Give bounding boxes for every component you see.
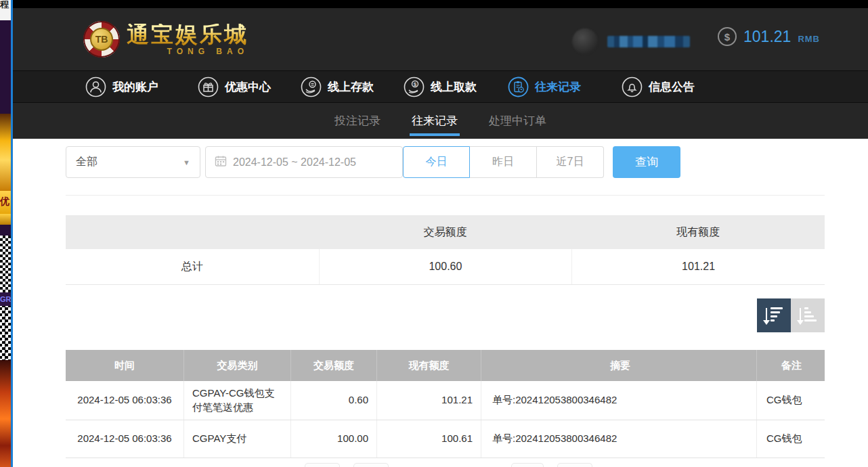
nav-item-my-account[interactable]: 我的账户 xyxy=(85,71,158,102)
nav-label: 往来记录 xyxy=(535,79,581,95)
bell-icon xyxy=(622,76,643,97)
col-header-amount: 交易额度 xyxy=(291,350,377,381)
pagination-button-stub[interactable] xyxy=(353,463,389,467)
withdraw-coin-hand-icon: $ xyxy=(404,76,425,97)
search-button[interactable]: 查询 xyxy=(613,146,680,178)
summary-total-current-balance: 101.21 xyxy=(571,249,825,284)
sort-descending-button[interactable] xyxy=(757,298,791,332)
col-header-note: 备注 xyxy=(757,350,825,381)
background-text-fragment: 程 xyxy=(0,0,11,20)
user-icon xyxy=(85,76,106,97)
logo-text: 通宝娱乐城 TONG BAO xyxy=(127,24,248,55)
section-divider xyxy=(66,195,825,196)
records-table: 时间 交易类别 交易额度 现有额度 摘要 备注 2024-12-05 06:03… xyxy=(66,350,825,458)
nav-item-announcements[interactable]: 信息公告 xyxy=(622,71,695,102)
cell-time: 2024-12-05 06:03:36 xyxy=(66,381,184,420)
site-logo[interactable]: TB 通宝娱乐城 TONG BAO xyxy=(83,18,248,61)
quick-date-button-group: 今日 昨日 近7日 xyxy=(403,146,604,178)
nav-item-withdraw[interactable]: $ 线上取款 xyxy=(404,71,477,102)
sort-button-group xyxy=(757,298,825,332)
pagination-button-stub[interactable] xyxy=(557,463,592,467)
table-row: 2024-12-05 06:03:36 CGPAY支付 100.00 100.6… xyxy=(66,420,825,458)
background-banner-edge xyxy=(0,214,11,225)
nav-label: 信息公告 xyxy=(649,79,695,95)
user-account-area[interactable] xyxy=(572,28,690,54)
main-navbar: 我的账户 优惠中心 线上存款 $ 线上取款 往来记录 xyxy=(13,70,868,103)
background-qr-code xyxy=(0,236,11,292)
poker-chip-icon: TB xyxy=(83,21,120,58)
background-qr-caption: GR xyxy=(0,292,11,306)
date-range-input[interactable]: 2024-12-05 ~ 2024-12-05 xyxy=(205,146,403,178)
cell-type: CGPAY-CG钱包支付笔笔送优惠 xyxy=(184,381,291,420)
cell-note: CG钱包 xyxy=(757,381,825,420)
cell-summary: 单号:202412053800346482 xyxy=(481,420,757,458)
gift-icon xyxy=(198,76,219,97)
records-table-header: 时间 交易类别 交易额度 现有额度 摘要 备注 xyxy=(66,350,825,381)
background-qr-code-2 xyxy=(0,306,11,360)
sort-descending-icon xyxy=(766,307,783,324)
date-range-value: 2024-12-05 ~ 2024-12-05 xyxy=(233,156,356,169)
cell-amount: 100.00 xyxy=(291,420,377,458)
main-page: TB 通宝娱乐城 TONG BAO $ 101.21 RMB 我的账户 xyxy=(13,0,868,467)
balance-display[interactable]: $ 101.21 RMB xyxy=(718,27,820,46)
nav-label: 优惠中心 xyxy=(225,79,271,95)
nav-item-transaction-records[interactable]: 往来记录 xyxy=(508,71,581,102)
cell-balance: 100.61 xyxy=(377,420,481,458)
cell-summary: 单号:202412053800346482 xyxy=(481,381,757,420)
summary-table-header: 交易额度 现有额度 xyxy=(66,215,825,249)
nav-label: 我的账户 xyxy=(112,79,158,95)
avatar xyxy=(572,28,598,54)
type-select-dropdown[interactable]: 全部 ▼ xyxy=(66,146,200,178)
deposit-coin-hand-icon xyxy=(301,76,322,97)
top-black-bar xyxy=(13,0,868,8)
svg-text:$: $ xyxy=(414,81,417,87)
background-game-banner xyxy=(0,114,11,191)
col-header-balance: 现有额度 xyxy=(377,350,481,381)
summary-header-current-balance: 现有额度 xyxy=(571,215,825,249)
record-subtabs: 投注记录 往来记录 处理中订单 xyxy=(13,103,868,139)
tab-transaction-records[interactable]: 往来记录 xyxy=(412,103,458,139)
cell-time: 2024-12-05 06:03:36 xyxy=(66,420,184,458)
summary-header-trade-amount: 交易额度 xyxy=(319,215,572,249)
cell-balance: 101.21 xyxy=(377,381,481,420)
col-header-time: 时间 xyxy=(66,350,184,381)
logo-name-cn: 通宝娱乐城 xyxy=(127,24,248,46)
summary-total-row: 总计 100.60 101.21 xyxy=(66,249,825,285)
tab-betting-records[interactable]: 投注记录 xyxy=(334,103,381,139)
username-redacted xyxy=(607,36,690,47)
pagination-button-stub[interactable] xyxy=(511,463,544,467)
coin-dollar-icon: $ xyxy=(718,27,737,46)
type-select-value: 全部 xyxy=(76,155,97,169)
summary-total-trade-amount: 100.60 xyxy=(319,249,572,284)
chip-tb-monogram: TB xyxy=(90,28,113,51)
tab-pending-orders[interactable]: 处理中订单 xyxy=(489,103,546,139)
nav-label: 线上存款 xyxy=(328,79,374,95)
yesterday-button[interactable]: 昨日 xyxy=(470,146,537,178)
cell-type: CGPAY支付 xyxy=(184,420,291,458)
summary-header-blank xyxy=(66,215,319,249)
last7days-button[interactable]: 近7日 xyxy=(537,146,604,178)
col-header-summary: 摘要 xyxy=(481,350,757,381)
summary-total-label: 总计 xyxy=(66,249,319,284)
content-area: 全部 ▼ 2024-12-05 ~ 2024-12-05 今日 昨日 近7日 查… xyxy=(13,139,868,467)
records-clipboard-icon xyxy=(508,76,529,97)
table-row: 2024-12-05 06:03:36 CGPAY-CG钱包支付笔笔送优惠 0.… xyxy=(66,381,825,420)
chevron-down-icon: ▼ xyxy=(183,158,190,166)
background-window-strip: 程 优 GR xyxy=(0,0,11,467)
col-header-type: 交易类别 xyxy=(184,350,291,381)
balance-amount: 101.21 xyxy=(743,28,791,46)
today-button[interactable]: 今日 xyxy=(403,146,470,178)
pagination-button-stub[interactable] xyxy=(305,463,340,467)
nav-label: 线上取款 xyxy=(431,79,477,95)
sort-ascending-icon xyxy=(800,307,817,324)
summary-table: 交易额度 现有额度 总计 100.60 101.21 xyxy=(66,215,825,285)
calendar-icon xyxy=(215,155,227,170)
nav-item-deposit[interactable]: 线上存款 xyxy=(301,71,374,102)
nav-item-promotions[interactable]: 优惠中心 xyxy=(198,71,271,102)
background-promo-char: 优 xyxy=(0,191,11,214)
sort-ascending-button[interactable] xyxy=(791,298,825,332)
cell-amount: 0.60 xyxy=(291,381,377,420)
background-game-art xyxy=(0,360,11,467)
logo-name-en: TONG BAO xyxy=(167,47,248,55)
cell-note: CG钱包 xyxy=(757,420,825,458)
